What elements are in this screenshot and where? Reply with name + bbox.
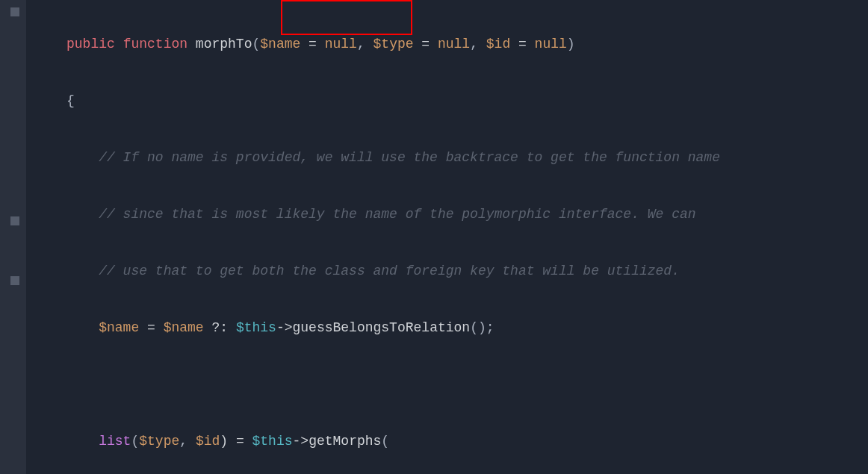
fold-marker-icon[interactable] [10,216,19,225]
open-brace: { [66,93,75,108]
builtin-list: list [99,434,131,449]
comment: // since that is most likely the name of… [99,207,695,222]
method-call: guessBelongsToRelation [293,320,471,335]
param-name: $name [260,37,300,52]
method-call: getMorphs [309,434,381,449]
keyword-function: function [123,37,187,52]
code-line: public function morphTo($name = null, $t… [66,30,866,58]
fold-marker-icon[interactable] [10,7,19,16]
function-name: morphTo [196,37,252,52]
code-line: { [66,87,866,115]
code-line: // since that is most likely the name of… [66,200,866,228]
code-line: // use that to get both the class and fo… [66,257,866,285]
fold-marker-icon[interactable] [10,276,19,285]
code-line: // If no name is provided, we will use t… [66,143,866,172]
editor-gutter [0,0,26,474]
code-line [66,370,866,399]
comment: // use that to get both the class and fo… [99,263,680,278]
param-id: $id [486,37,510,52]
param-type: $type [373,37,414,52]
null-literal: null [325,37,357,52]
keyword-public: public [66,37,115,52]
code-line: $name = $name ?: $this->guessBelongsToRe… [66,314,866,342]
code-line: list($type, $id) = $this->getMorphs( [66,427,866,455]
this-keyword: $this [236,320,276,335]
comment: // If no name is provided, we will use t… [99,150,720,165]
code-editor[interactable]: public function morphTo($name = null, $t… [26,0,866,474]
